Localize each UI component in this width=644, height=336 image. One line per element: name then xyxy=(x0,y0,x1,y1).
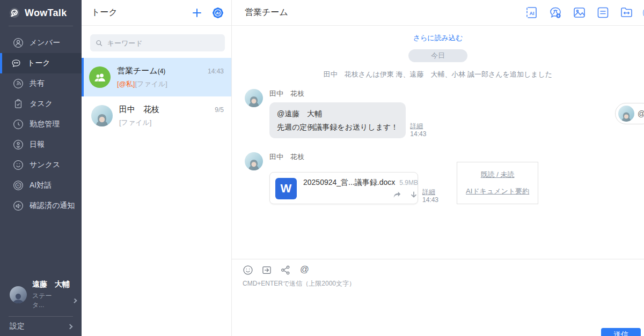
sidebar-item-talk[interactable]: トーク xyxy=(0,53,82,73)
mention-avatar xyxy=(618,106,634,122)
ai-assistant-button[interactable]: AI xyxy=(212,7,224,19)
load-more-link[interactable]: さらに読み込む xyxy=(232,33,644,43)
conversation-title: 営業チーム xyxy=(245,7,288,18)
sidebar-item-label: サンクス xyxy=(30,160,60,170)
system-message: 田中 花枝さんは伊東 海、遠藤 大輔、小林 誠一郎さんを追加しました xyxy=(232,70,644,79)
emoji-icon[interactable] xyxy=(243,265,253,275)
chat-item-body: 田中 花枝 9/5 [ファイル] xyxy=(119,104,224,128)
file-size: 5.9MB xyxy=(399,179,418,186)
current-user[interactable]: 遠藤 大輔 ステータ... xyxy=(0,274,82,316)
svg-text:@: @ xyxy=(300,264,309,274)
search-icon xyxy=(96,39,103,47)
read-unread-link[interactable]: 既読 / 未読 xyxy=(481,170,515,180)
chat-list-item-tanaka[interactable]: 田中 花枝 9/5 [ファイル] xyxy=(82,96,231,135)
image-icon xyxy=(572,5,587,20)
svg-text:AI: AI xyxy=(530,11,535,16)
file-attachment-card[interactable]: W 20250924_営...議事録.docx 5.9MB xyxy=(269,172,418,204)
conversation-actions: AI xyxy=(524,5,644,20)
chat-list-actions: AI xyxy=(192,7,224,19)
message-area: さらに読み込む 今日 田中 花枝さんは伊東 海、遠藤 大輔、小林 誠一郎さんを追… xyxy=(232,26,644,259)
chat-item-preview: [@私][ファイル] xyxy=(117,79,224,89)
ai-badge-icon: AI xyxy=(212,7,224,19)
svg-text:AI: AI xyxy=(17,184,20,187)
forward-icon[interactable] xyxy=(392,191,402,199)
sender-name: 田中 花枝 xyxy=(269,89,426,99)
sidebar-item-label: 確認済の通知 xyxy=(30,201,75,211)
detail-link[interactable]: 詳細 xyxy=(410,122,426,130)
sidebar-item-ai-chat[interactable]: AI AI対話 xyxy=(0,175,82,196)
translate-bubble-icon xyxy=(548,5,563,20)
clock-icon xyxy=(13,119,24,130)
sidebar-item-label: 勤怠管理 xyxy=(30,120,60,129)
chat-item-body: 営業チーム(4) 14:43 [@私][ファイル] xyxy=(117,66,224,89)
sender-avatar[interactable] xyxy=(245,152,263,170)
svg-text:AI: AI xyxy=(216,10,219,15)
sidebar: WowTalk メンバー トーク xyxy=(0,0,82,336)
share-nodes-icon[interactable] xyxy=(280,265,291,275)
send-file-icon[interactable] xyxy=(261,265,272,275)
sidebar-item-daily-report[interactable]: 日報 xyxy=(0,135,82,155)
chat-list-header: トーク AI xyxy=(82,0,231,26)
ai-document-summary-link[interactable]: AIドキュメント要約 xyxy=(466,186,529,196)
sidebar-divider xyxy=(9,26,73,26)
sidebar-item-label: トーク xyxy=(27,58,50,68)
memo-lines-icon xyxy=(596,5,610,20)
wowtalk-logo-icon xyxy=(9,7,20,19)
sidebar-nav: メンバー トーク 共有 タスク xyxy=(0,33,82,216)
search-input[interactable] xyxy=(107,39,219,47)
plus-icon xyxy=(192,8,202,18)
sidebar-item-thanks[interactable]: サンクス xyxy=(0,155,82,175)
gallery-button[interactable] xyxy=(572,5,587,20)
message-mention: @遠藤 大輔 xyxy=(277,107,398,121)
group-icon xyxy=(93,72,106,83)
sidebar-item-label: AI対話 xyxy=(30,181,52,190)
message-composer[interactable]: @ CMD+ENTERで送信（上限2000文字） 送信 xyxy=(232,259,644,336)
member-icon xyxy=(13,38,24,48)
message-meta: 詳細 14:43 xyxy=(410,122,426,138)
message-file: 田中 花枝 W 20250924_営...議事録.docx 5.9MB xyxy=(245,152,644,204)
notes-button[interactable] xyxy=(596,5,610,20)
sidebar-item-tasks[interactable]: タスク xyxy=(0,94,82,114)
detail-link[interactable]: 詳細 xyxy=(422,188,438,196)
sender-avatar[interactable] xyxy=(245,89,263,107)
download-icon[interactable] xyxy=(409,191,418,199)
mention-at-icon[interactable]: @ xyxy=(299,264,310,275)
sidebar-item-attendance[interactable]: 勤怠管理 xyxy=(0,114,82,135)
file-tag: [ファイル] xyxy=(119,118,151,126)
translate-button[interactable] xyxy=(548,5,563,20)
current-user-name: 遠藤 大輔 xyxy=(32,280,76,289)
sidebar-item-share[interactable]: 共有 xyxy=(0,73,82,94)
status-link[interactable]: ステータ... xyxy=(32,292,76,310)
sidebar-item-members[interactable]: メンバー xyxy=(0,33,82,53)
broadcast-icon xyxy=(13,78,24,89)
search-box[interactable] xyxy=(90,34,225,51)
settings-button[interactable]: 設定 xyxy=(0,317,82,336)
sidebar-item-label: タスク xyxy=(30,99,53,109)
current-user-avatar xyxy=(10,286,27,303)
send-button[interactable]: 送信 xyxy=(601,328,641,336)
message-text-body: 先週の定例議事録をお送りします！ xyxy=(277,121,398,134)
sidebar-item-label: 共有 xyxy=(30,79,45,88)
chat-list-item-sales-team[interactable]: 営業チーム(4) 14:43 [@私][ファイル] xyxy=(82,58,231,96)
chat-item-avatar xyxy=(91,105,113,126)
ai-notebook-button[interactable]: AI xyxy=(524,5,539,20)
report-icon xyxy=(13,139,24,150)
message-time: 14:43 xyxy=(410,130,426,138)
sidebar-item-label: メンバー xyxy=(30,38,60,48)
new-chat-button[interactable] xyxy=(192,8,202,18)
chat-member-count: (4) xyxy=(158,68,166,75)
sidebar-item-label: 日報 xyxy=(30,140,45,150)
folder-transfer-icon xyxy=(619,5,634,20)
sidebar-item-confirmed-notices[interactable]: 確認済の通知 xyxy=(0,196,82,216)
smiley-icon xyxy=(13,160,24,170)
chat-item-name: 営業チーム xyxy=(117,66,158,76)
chat-item-time: 9/5 xyxy=(215,106,224,114)
message-bubble[interactable]: @遠藤 大輔 先週の定例議事録をお送りします！ xyxy=(269,102,406,138)
shared-folder-button[interactable] xyxy=(619,5,634,20)
chat-item-name: 田中 花枝 xyxy=(119,104,159,115)
composer-toolbar: @ xyxy=(243,264,644,275)
mention-notification-pill[interactable]: @ xyxy=(615,103,644,124)
file-actions xyxy=(303,191,418,199)
word-file-icon: W xyxy=(275,178,297,199)
conversation-panel: 営業チーム AI xyxy=(232,0,644,336)
